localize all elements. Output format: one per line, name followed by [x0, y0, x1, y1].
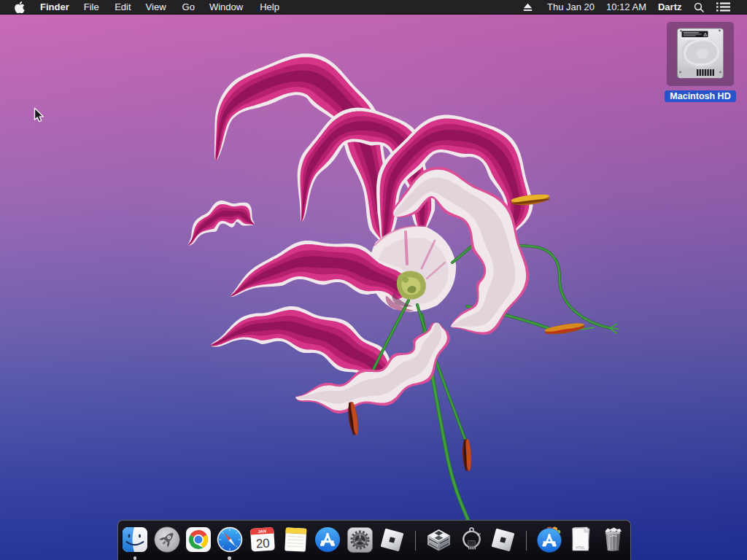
- applications-stack-icon: [536, 526, 562, 553]
- eject-icon: [523, 3, 533, 12]
- dock-internal-drive[interactable]: [425, 526, 452, 553]
- roblox-studio-icon: [379, 526, 406, 553]
- desktop-icon-label: Macintosh HD: [665, 90, 735, 102]
- google-chrome-icon: [185, 526, 212, 553]
- dock-separator-2: [526, 531, 527, 551]
- menu-window[interactable]: Window: [209, 0, 243, 15]
- downloads-file-label: HTML: [576, 546, 585, 550]
- internal-hard-drive-icon: [675, 27, 726, 81]
- apple-menu[interactable]: [15, 1, 25, 13]
- menu-clock-date[interactable]: Thu Jan 20: [547, 0, 595, 15]
- apple-logo-icon: [15, 1, 25, 13]
- gloriosa-lily-wallpaper-flower: [0, 0, 747, 560]
- dock-google-chrome[interactable]: [185, 526, 212, 553]
- app-store-icon: [314, 526, 341, 553]
- user-switch-menu[interactable]: Dartz: [658, 0, 682, 15]
- dock: JAN 20: [117, 520, 631, 560]
- spotlight-menu-extra[interactable]: [694, 2, 704, 12]
- dock-trash[interactable]: [600, 526, 626, 553]
- mouse-cursor: [34, 107, 45, 123]
- finder-icon: [122, 526, 148, 553]
- finder-running-indicator: [133, 556, 137, 560]
- dock-chip-extractor-tool[interactable]: [458, 526, 484, 553]
- dock-roblox-studio[interactable]: [379, 526, 405, 553]
- calendar-month-text: JAN: [258, 529, 266, 534]
- trash-full-icon: [600, 526, 626, 553]
- dock-calendar[interactable]: JAN 20: [249, 526, 276, 553]
- dock-separator-1: [415, 531, 416, 551]
- chip-extractor-claw-icon: [458, 526, 485, 553]
- desktop-icon-macintosh-hd[interactable]: Macintosh HD: [665, 22, 736, 102]
- internal-drive-stack-icon: [425, 526, 452, 553]
- dock-system-preferences[interactable]: [347, 526, 373, 553]
- system-preferences-icon: [347, 526, 374, 553]
- menu-bar-right: Thu Jan 20 10:12 AM Dartz: [523, 0, 747, 15]
- dock-launchpad[interactable]: [154, 526, 180, 553]
- safari-icon: [217, 526, 243, 553]
- dock-downloads-stack[interactable]: HTML: [568, 526, 594, 553]
- dock-app-store[interactable]: [314, 526, 341, 553]
- dock-notes[interactable]: [282, 526, 309, 553]
- notification-list-icon: [716, 2, 730, 12]
- calendar-day-text: 20: [255, 536, 270, 551]
- dock-applications-stack[interactable]: [536, 526, 562, 553]
- menu-finder[interactable]: Finder: [40, 0, 69, 15]
- menu-bar-left: Finder File Edit View Go Window Help: [0, 0, 279, 15]
- menu-clock-time[interactable]: 10:12 AM: [606, 0, 646, 15]
- menu-bar: Finder File Edit View Go Window Help Thu…: [0, 0, 747, 15]
- notification-center-menu-extra[interactable]: [716, 2, 730, 12]
- launchpad-icon: [154, 526, 180, 553]
- html-documents-stack-icon: HTML: [568, 526, 594, 553]
- eject-menu-extra[interactable]: [523, 3, 533, 12]
- search-icon: [694, 2, 704, 12]
- dock-finder[interactable]: [122, 526, 148, 553]
- calendar-icon: JAN 20: [249, 526, 276, 553]
- menu-view[interactable]: View: [146, 0, 166, 15]
- notes-icon: [282, 526, 309, 553]
- menu-file[interactable]: File: [84, 0, 99, 15]
- menu-help[interactable]: Help: [260, 0, 279, 15]
- desktop-wallpaper: [0, 0, 747, 560]
- safari-running-indicator: [228, 556, 231, 560]
- menu-go[interactable]: Go: [182, 0, 195, 15]
- dock-safari[interactable]: [217, 526, 243, 553]
- dock-roblox[interactable]: [489, 526, 516, 553]
- desktop-icon-selection: [667, 22, 734, 86]
- roblox-icon: [489, 526, 516, 553]
- menu-edit[interactable]: Edit: [115, 0, 131, 15]
